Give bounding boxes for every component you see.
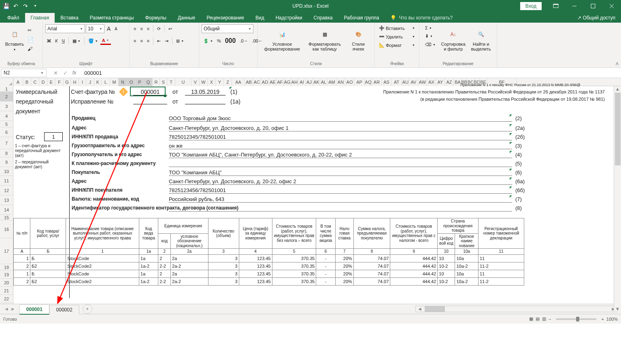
share-button[interactable]: ↗ Общий доступ (572, 13, 621, 23)
field-value[interactable]: он же (169, 143, 512, 149)
row-header[interactable]: 22 (0, 295, 13, 303)
row-header[interactable]: 5 (0, 121, 13, 127)
sheet-tab-1[interactable]: 000001 (19, 305, 49, 315)
row-header[interactable]: 11 (0, 176, 13, 186)
col-header[interactable]: AZ (445, 78, 454, 86)
bold-button[interactable]: Ж (45, 38, 53, 44)
col-header[interactable]: E (47, 78, 55, 86)
tab-nav-last-icon[interactable]: ► (11, 306, 15, 312)
view-break-icon[interactable]: ▥ (542, 316, 546, 322)
col-header[interactable]: B (23, 78, 31, 86)
close-button[interactable] (602, 0, 621, 12)
col-header[interactable]: AC (253, 78, 261, 86)
fill-icon[interactable]: ⬇▼ (423, 33, 437, 40)
tab-review[interactable]: Рецензирование (201, 13, 250, 23)
format-painter-icon[interactable]: 🖌 (28, 46, 34, 52)
row-header[interactable]: 2 (0, 92, 13, 102)
field-value[interactable]: 7825012345/782501001 (169, 134, 512, 140)
row-header[interactable]: 18 (0, 264, 13, 271)
col-header[interactable]: X (208, 78, 216, 86)
tab-layout[interactable]: Разметка страницы (84, 13, 140, 23)
find-select-button[interactable]: 🔍 Найти и выделить (468, 24, 494, 55)
col-header[interactable]: W (200, 78, 208, 86)
cancel-formula-icon[interactable]: ✕ (51, 69, 60, 77)
col-header[interactable]: Z (224, 78, 232, 86)
cut-icon[interactable]: ✂ (28, 28, 34, 33)
shrink-font-icon[interactable]: A (113, 26, 119, 32)
accept-formula-icon[interactable]: ✓ (60, 69, 70, 77)
view-page-icon[interactable]: ▤ (536, 316, 540, 322)
tab-insert[interactable]: Вставка (55, 13, 84, 23)
col-header[interactable]: AE (269, 78, 276, 86)
vertical-scrollbar[interactable]: ▲ ▼ (614, 86, 621, 312)
cond-format-button[interactable]: 📊 Условное форматирование (260, 24, 304, 55)
sheet-tab-2[interactable]: 000002 (49, 305, 79, 314)
col-header[interactable]: AX (427, 78, 436, 86)
col-header[interactable]: AY (436, 78, 445, 86)
paste-button[interactable]: 📋 Вставить▼ (2, 24, 27, 55)
field-value[interactable]: Российский рубль, 643 (169, 196, 512, 203)
col-header[interactable]: U (175, 78, 191, 86)
tab-data[interactable]: Данные (172, 13, 201, 23)
row-header[interactable]: 15 (0, 215, 13, 220)
underline-button[interactable]: Ч (60, 38, 66, 44)
correction-number[interactable] (133, 98, 167, 104)
undo-icon[interactable]: ↶ (13, 3, 19, 9)
invoice-date[interactable]: 13.05.2019 (185, 89, 225, 95)
correction-date[interactable] (185, 98, 225, 104)
cell-styles-button[interactable]: 🎨 Стили ячеек (345, 24, 372, 55)
col-header[interactable]: AM (328, 78, 336, 86)
sort-filter-button[interactable]: A↓ Сортировка и фильтр (439, 24, 468, 55)
number-format-combo[interactable]: Общий▼ (202, 24, 253, 33)
field-value[interactable]: ТОО "Компания АБЦ" (169, 169, 512, 176)
font-name-combo[interactable]: Arial▼ (45, 24, 85, 33)
delete-cells-button[interactable]: ➖Удалить▼ (377, 33, 417, 40)
align-left-icon[interactable]: ≡ (132, 38, 138, 44)
col-header[interactable]: Y (216, 78, 224, 86)
save-icon[interactable]: 💾 (3, 3, 9, 9)
collapse-ribbon-icon[interactable]: ᐱ (616, 61, 619, 66)
tab-addins[interactable]: Надстройки (270, 13, 308, 23)
row-header[interactable]: 3 (0, 102, 13, 111)
col-header[interactable]: AT (391, 78, 402, 86)
col-header[interactable]: D (39, 78, 47, 86)
row-header[interactable]: 12 (0, 186, 13, 195)
field-value[interactable]: Санкт-Петербург, ул. Достоевского, д. 20… (169, 125, 512, 131)
comma-icon[interactable]: 000 (223, 36, 238, 45)
maximize-button[interactable] (584, 0, 602, 12)
row-header[interactable]: 9 (0, 157, 13, 167)
table-row[interactable]: 2Б2StockCode21а-2 2-22а-23123.45 370.35-… (14, 262, 524, 270)
col-header[interactable]: R (153, 78, 160, 86)
ribbon-options-icon[interactable] (547, 0, 565, 12)
col-header[interactable]: J (86, 78, 94, 86)
col-header[interactable]: T (167, 78, 175, 86)
zoom-level[interactable]: 100% (606, 317, 618, 322)
field-value[interactable] (169, 205, 512, 212)
table-row[interactable]: 2Б2StockCode21а-2 2-22а-23123.45 370.35-… (14, 277, 524, 285)
tab-nav-first-icon[interactable]: ◄ (4, 306, 9, 312)
dec-indent-icon[interactable]: ⇤ (155, 38, 162, 44)
col-header[interactable]: AP (354, 78, 365, 86)
format-table-button[interactable]: ▦ Форматировать как таблицу (304, 24, 345, 55)
row-header[interactable]: 20 (0, 279, 13, 287)
name-box[interactable]: N2▼ (1, 69, 47, 77)
font-color-icon[interactable]: A▼ (100, 37, 111, 45)
col-header[interactable]: AR (372, 78, 382, 86)
col-header[interactable]: Q (144, 78, 153, 86)
tab-view[interactable]: Вид (250, 13, 270, 23)
col-header[interactable]: AS (382, 78, 391, 86)
spreadsheet-grid[interactable]: ABCDEFGHIJKLMNOPQRSTUVWXYZAAABACADAEAFAG… (0, 78, 621, 304)
row-header[interactable]: 8 (0, 149, 13, 157)
col-header[interactable]: AH (291, 78, 298, 86)
grow-font-icon[interactable]: A (105, 25, 112, 33)
col-header[interactable]: AN (336, 78, 345, 86)
align-bot-icon[interactable]: ≡ (145, 25, 151, 32)
field-value[interactable]: Санкт-Петербург, ул. Достоевского, д. 20… (169, 178, 512, 185)
row-header[interactable]: 14 (0, 205, 13, 215)
align-right-icon[interactable]: ≡ (145, 38, 151, 44)
field-value[interactable]: ТОО "Компания АБЦ", Санкт-Петербург, ул.… (169, 152, 512, 158)
inc-dec-icon[interactable]: .0→ (238, 38, 249, 44)
font-size-combo[interactable]: 10▼ (86, 24, 104, 33)
row-header[interactable]: 17 (0, 238, 13, 264)
copy-icon[interactable]: 📄 (28, 37, 34, 42)
